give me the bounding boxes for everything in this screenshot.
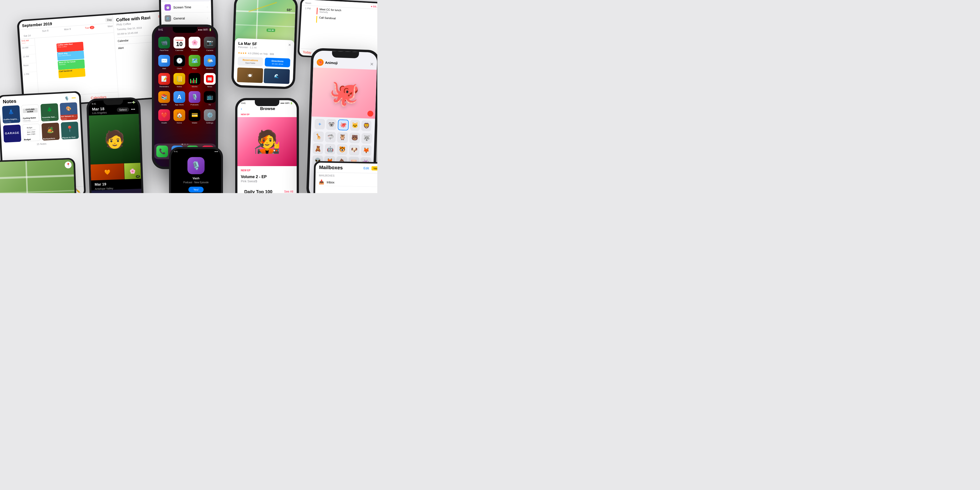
note-yosemite[interactable]: 🌲 Yosemite National Park Yesterday [40, 103, 59, 121]
notes-mic-icon[interactable]: 🎙️ [64, 96, 69, 101]
maps2-screen: 📍 🔍 Search for a place or address [0, 159, 75, 193]
siri-signals: ●●● [215, 150, 218, 153]
siri-podcast-icon: 🎙️ [188, 157, 205, 174]
main-time: 9:41 [158, 29, 163, 31]
screentime-label: Screen Time [173, 5, 204, 9]
cal-day-sun: Sun 8 [34, 28, 56, 33]
general-chevron: › [207, 16, 208, 19]
app-calendar[interactable]: Tuesday 10 Calendar [173, 37, 185, 51]
animoji-bear2[interactable]: 🧸 [313, 143, 324, 154]
animoji-cat[interactable]: 🐱 [350, 120, 360, 131]
animoji-koala[interactable]: 🐨 [326, 119, 336, 130]
app-camera[interactable]: 📷 Camera [204, 37, 216, 51]
app-notes[interactable]: 📒 Notes [173, 73, 185, 88]
note-budget[interactable]: Budget—————Item 1 $10Item 2 $20 Budget [22, 124, 40, 142]
siri-yes-btn[interactable]: Yes! [188, 187, 204, 192]
app-tv[interactable]: 📺 TV [204, 91, 216, 106]
photos-more2[interactable]: ••• [132, 100, 135, 104]
photos-select-btn[interactable]: Select [117, 107, 129, 112]
animoji-preview: 🐙 [312, 68, 377, 119]
animoji-cat2[interactable]: 🐯 [337, 144, 348, 155]
animoji-wolf[interactable]: 🐺 [361, 133, 372, 144]
settings-row-general[interactable]: ⚙️ General › [161, 12, 212, 24]
cal-day-mon: Mon 9 [56, 27, 79, 32]
notes-more-icon[interactable]: ••• [72, 95, 76, 100]
general-icon: ⚙️ [165, 15, 171, 22]
notes-title: Notes [3, 98, 17, 105]
animoji-fox[interactable]: 🦊 [361, 145, 372, 156]
app-books[interactable]: 📚 Books [158, 91, 170, 106]
maps-stars: ★★★★ [238, 51, 247, 54]
maps-directions-btn[interactable]: Directions 10 min drive [265, 57, 290, 67]
app-health[interactable]: ❤️ Health [158, 109, 170, 124]
app-photos[interactable]: 🌸 Photos [189, 37, 200, 51]
animoji-bear[interactable]: 🐻 [349, 132, 360, 143]
app-reminders[interactable]: 📝 Reminders [158, 73, 170, 88]
note-backpackers[interactable]: 🏕️ Backpackers [41, 123, 59, 141]
event-calendar-label: Calendar [118, 39, 129, 42]
app-clock[interactable]: 🕐 Clock [173, 55, 185, 70]
main-iphone-screen: 9:41 ●●● WiFi 🔋 📹 FaceTime Tuesday 10 Ca… [154, 27, 216, 167]
browse-back-btn[interactable]: ‹ [241, 107, 242, 111]
animoji-octopus[interactable]: 🐙 [337, 119, 348, 130]
photo-flowers[interactable]: 🌸 +7 [124, 163, 141, 179]
browse-new-ep-label: NEW EP [241, 113, 293, 116]
browse-see-all[interactable]: See All [284, 190, 293, 193]
photos-time: 9:41 [92, 103, 96, 105]
app-maps[interactable]: 🗺️ Maps [189, 55, 200, 70]
browse-section-title: Daily Top 100 [241, 188, 276, 193]
mail-inbox-row[interactable]: 📥 Inbox › [315, 178, 377, 187]
app-stocks[interactable]: Stocks [189, 73, 200, 88]
note-places[interactable]: 📍 Places to Visit [61, 121, 79, 140]
maps-temperature: 68° [286, 8, 292, 12]
app-settings[interactable]: ⚙️ Settings [204, 109, 216, 124]
cal2-today-btn[interactable]: Today [303, 50, 312, 54]
settings-row-screentime[interactable]: ⏱️ Screen Time › [161, 1, 211, 13]
maps-close-btn[interactable]: ✕ [288, 43, 291, 47]
animoji-robot[interactable]: 🤖 [325, 144, 336, 155]
dock-phone[interactable]: 📞 [156, 146, 168, 157]
maps-photo1[interactable]: 🍽️ [237, 67, 263, 83]
photos-more-icon[interactable]: ••• [131, 107, 135, 112]
maps-photo2[interactable]: 🌊 [264, 68, 290, 84]
app-mail[interactable]: ✉️ Mail [158, 55, 170, 70]
note-art[interactable]: 🎨 Art Venues to Visit Sunday [59, 102, 78, 120]
note-garage[interactable]: GARAGE [3, 124, 21, 143]
animoji-user-avatar: 🐙 [317, 59, 324, 66]
animoji-record-btn[interactable] [367, 110, 373, 117]
animoji-dog[interactable]: 🐶 [348, 145, 360, 156]
animoji-close-btn[interactable]: ✕ [370, 62, 374, 67]
event-call-sandoval[interactable]: Call Sandoval [58, 68, 86, 78]
app-podcasts[interactable]: 🎙️ Podcasts [189, 91, 200, 106]
animoji-shark[interactable]: 🦈 [325, 132, 336, 143]
maps-reservations-btn[interactable]: Reservations OpenTable [238, 57, 263, 67]
app-facetime[interactable]: 📹 FaceTime [158, 37, 170, 51]
animoji-add-btn[interactable]: ＋ [314, 119, 325, 129]
photos-loc1: Los Angeles [92, 111, 107, 115]
app-news[interactable]: 📰 News [204, 73, 216, 88]
event-wash-dog[interactable]: Wash dog Bow Wow Meow [57, 51, 84, 61]
maps-device: 68° AG 30 La Mar SF Peruvian · 1.1 mi ★★… [231, 0, 298, 89]
note-cycling[interactable]: CYCLING GUIDE Cycling Notes Yesterday [21, 104, 40, 122]
cal2-event-call-title: Call Sandoval [319, 16, 336, 20]
event-alert-label: Alert [118, 46, 124, 50]
animoji-owl[interactable]: 🦉 [337, 132, 348, 143]
cal2-noon: Noon [305, 2, 311, 5]
photo-orange[interactable]: 🧡 [91, 164, 124, 181]
maps2-location-icon[interactable]: 📍 [65, 161, 72, 169]
browse-album-title: Volume 2 - EP [237, 172, 297, 180]
cal-day-btn[interactable]: Day [105, 17, 114, 22]
animoji-giraffe[interactable]: 🦒 [313, 131, 324, 142]
app-weather[interactable]: 🌤️ Weather [204, 55, 216, 70]
maps2-device: 📍 🔍 Search for a place or address [0, 158, 77, 193]
mail-screen: Mailboxes Edit Vacation MAILBOXES 📥 Inbo… [315, 162, 377, 193]
app-appstore[interactable]: A App Store [173, 91, 185, 106]
siri-podcast-name: Vash [192, 177, 199, 180]
animoji-lion[interactable]: 🦁 [361, 120, 371, 131]
browse-album-art: 🧑‍🎤 [237, 117, 297, 166]
cal-day-sat: Sat 14 [20, 33, 35, 38]
app-home[interactable]: 🏠 Home [173, 109, 185, 124]
mail-edit-btn[interactable]: Edit [364, 166, 369, 170]
note-outfits[interactable]: 👗 Outfits Inspiration Yesterday [2, 105, 20, 124]
app-wallet[interactable]: 💳 Wallet [189, 109, 200, 124]
